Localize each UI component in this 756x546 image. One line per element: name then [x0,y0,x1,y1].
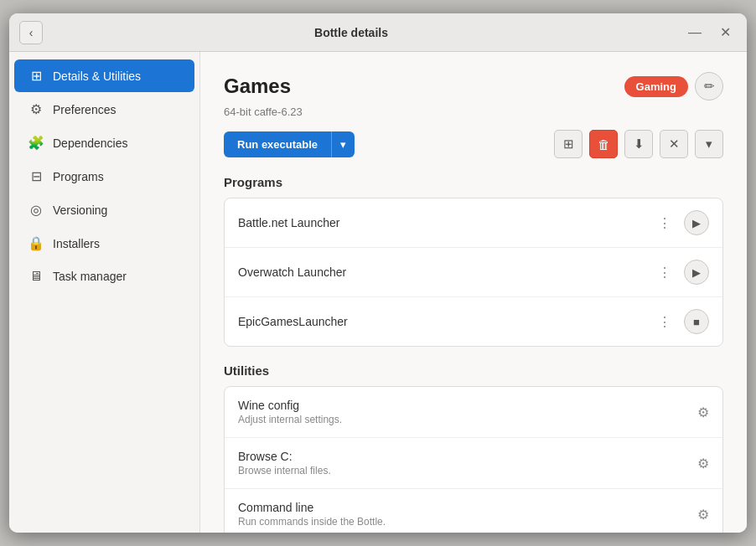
more-options-button[interactable]: ▾ [695,130,723,158]
delete-icon: 🗑 [598,137,610,152]
content-header: Games Gaming ✏ [224,72,723,100]
utility-name: Command line [238,501,697,514]
sidebar-item-programs[interactable]: ⊟ Programs [14,160,194,193]
bottle-meta: 64-bit caffe-6.23 [224,106,723,118]
table-row: Battle.net Launcher ⋮ ▶ [225,198,722,248]
program-actions: ⋮ ▶ [653,260,709,285]
download-icon: ⬇ [634,136,645,152]
program-menu-button[interactable]: ⋮ [653,212,677,234]
toolbar: Run executable ▾ ⊞ 🗑 ⬇ ✕ ▾ [224,130,723,158]
program-play-button[interactable]: ▶ [684,260,709,285]
sidebar-label-taskmanager: Task manager [53,270,127,283]
sidebar-item-taskmanager[interactable]: 🖥 Task manager [14,260,194,292]
gaming-badge[interactable]: Gaming [624,76,688,97]
details-icon: ⊞ [28,68,44,84]
program-play-button[interactable]: ▶ [684,210,709,235]
titlebar: ‹ Bottle details — ✕ [9,13,747,52]
taskmanager-icon: 🖥 [28,269,44,284]
sidebar-label-details: Details & Utilities [53,70,141,83]
sidebar-item-versioning[interactable]: ◎ Versioning [14,193,194,226]
utility-desc: Run commands inside the Bottle. [238,516,697,528]
sidebar-label-dependencies: Dependencies [53,136,128,150]
program-name: Overwatch Launcher [238,265,653,279]
dependencies-icon: 🧩 [28,135,44,151]
run-executable-group: Run executable ▾ [224,131,355,157]
close-icon: ✕ [669,136,680,152]
installers-icon: 🔒 [28,235,44,251]
sidebar-item-dependencies[interactable]: 🧩 Dependencies [14,126,194,159]
preferences-icon: ⚙ [28,101,44,117]
utility-info: Wine config Adjust internal settings. [238,399,697,425]
game-icon-button[interactable]: ⊞ [554,130,583,158]
content-area: Games Gaming ✏ 64-bit caffe-6.23 Run exe… [200,52,747,533]
program-name: EpicGamesLauncher [238,315,653,328]
program-menu-button[interactable]: ⋮ [653,311,677,333]
utilities-section-title: Utilities [224,363,723,378]
list-item: Wine config Adjust internal settings. ⚙ [225,387,722,438]
programs-icon: ⊟ [28,168,44,184]
download-button[interactable]: ⬇ [624,130,653,158]
gear-icon[interactable]: ⚙ [697,456,709,471]
sidebar-label-installers: Installers [53,237,100,250]
utility-desc: Adjust internal settings. [238,414,697,425]
utility-info: Command line Run commands inside the Bot… [238,501,697,528]
gear-icon[interactable]: ⚙ [697,507,709,523]
program-stop-button[interactable]: ■ [684,309,709,334]
utility-info: Browse C: Browse internal files. [238,450,697,476]
delete-button[interactable]: 🗑 [589,130,618,158]
utility-name: Wine config [238,399,697,412]
run-executable-button[interactable]: Run executable [224,131,331,157]
bottle-name: Games [224,75,291,98]
program-menu-button[interactable]: ⋮ [653,261,677,284]
table-row: EpicGamesLauncher ⋮ ■ [225,297,722,346]
utility-name: Browse C: [238,450,697,463]
versioning-icon: ◎ [28,202,44,218]
window-controls: — ✕ [683,21,737,44]
programs-list: Battle.net Launcher ⋮ ▶ Overwatch Launch… [224,198,723,347]
minimize-button[interactable]: — [683,21,707,44]
main-window: ‹ Bottle details — ✕ ⊞ Details & Utiliti… [9,13,747,533]
utility-desc: Browse internal files. [238,465,697,476]
run-executable-arrow[interactable]: ▾ [331,131,355,157]
sidebar-label-preferences: Preferences [53,103,116,116]
programs-section-title: Programs [224,175,723,189]
program-actions: ⋮ ▶ [653,210,709,235]
sidebar-item-installers[interactable]: 🔒 Installers [14,227,194,260]
close-bottle-button[interactable]: ✕ [660,130,688,158]
edit-button[interactable]: ✏ [695,72,723,100]
list-item: Command line Run commands inside the Bot… [225,489,722,533]
main-layout: ⊞ Details & Utilities ⚙ Preferences 🧩 De… [9,52,747,533]
program-actions: ⋮ ■ [653,309,709,334]
sidebar-label-programs: Programs [53,170,104,183]
sidebar-item-preferences[interactable]: ⚙ Preferences [14,93,194,126]
header-right: Gaming ✏ [624,72,723,100]
chevron-down-icon: ▾ [706,136,712,152]
program-name: Battle.net Launcher [238,216,653,229]
sidebar-item-details[interactable]: ⊞ Details & Utilities [14,59,194,92]
sidebar-label-versioning: Versioning [53,203,107,217]
gear-icon[interactable]: ⚙ [697,404,709,420]
sidebar: ⊞ Details & Utilities ⚙ Preferences 🧩 De… [9,52,200,533]
utilities-list: Wine config Adjust internal settings. ⚙ … [224,386,723,533]
close-button[interactable]: ✕ [713,21,737,44]
table-row: Overwatch Launcher ⋮ ▶ [225,248,722,297]
list-item: Browse C: Browse internal files. ⚙ [225,438,722,489]
window-title: Bottle details [19,26,683,39]
game-icon: ⊞ [563,136,574,152]
